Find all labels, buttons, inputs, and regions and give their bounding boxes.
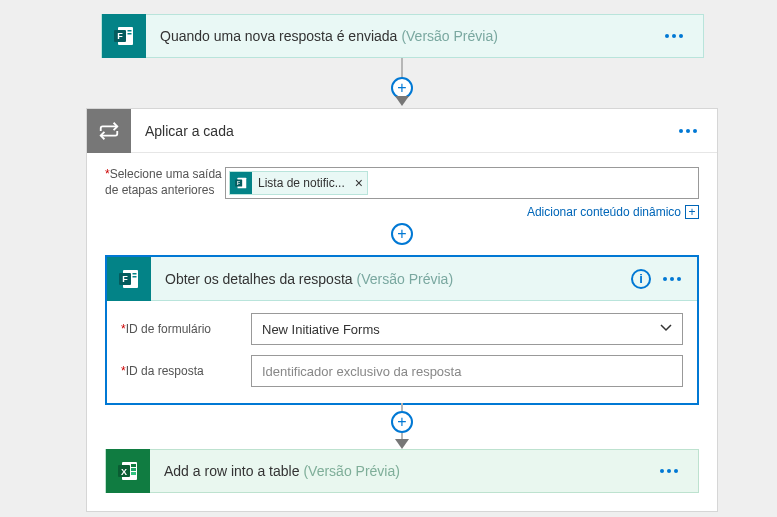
- ms-forms-icon: F: [230, 172, 252, 194]
- response-id-label-text: ID da resposta: [126, 364, 204, 378]
- form-id-label-text: ID de formulário: [126, 322, 211, 336]
- select-output-input[interactable]: F Lista de notific... ×: [225, 167, 699, 199]
- svg-rect-4: [128, 33, 132, 35]
- form-id-value: New Initiative Forms: [262, 322, 380, 337]
- dynamic-token[interactable]: F Lista de notific... ×: [229, 171, 368, 195]
- svg-rect-18: [131, 472, 136, 475]
- preview-badge: (Versão Prévia): [397, 28, 497, 44]
- plus-box-icon: +: [685, 205, 699, 219]
- form-id-label: *ID de formulário: [121, 322, 251, 336]
- ms-forms-icon: F: [107, 257, 151, 301]
- ms-forms-icon: F: [102, 14, 146, 58]
- connector-line: [401, 58, 403, 78]
- response-id-input[interactable]: Identificador exclusivo da resposta: [251, 355, 683, 387]
- inner-connector: +: [105, 403, 699, 449]
- preview-badge: (Versão Prévia): [299, 463, 399, 479]
- flow-canvas: F Quando uma nova resposta é enviada (Ve…: [0, 0, 777, 517]
- step-body: *ID de formulário New Initiative Forms *…: [107, 301, 697, 403]
- select-output-label: *Selecione uma saída de etapas anteriore…: [105, 167, 225, 198]
- preview-badge: (Versão Prévia): [353, 271, 453, 287]
- svg-text:F: F: [117, 31, 123, 41]
- excel-title: Add a row into a table: [150, 463, 299, 479]
- token-label: Lista de notific...: [258, 176, 345, 190]
- add-dynamic-content-link[interactable]: Adicionar conteúdo dinâmico +: [527, 205, 699, 219]
- arrow-down-icon: [395, 439, 409, 449]
- svg-text:F: F: [122, 274, 128, 284]
- chevron-down-icon: [660, 324, 672, 332]
- token-remove-button[interactable]: ×: [355, 175, 363, 191]
- svg-rect-17: [131, 468, 136, 471]
- loop-icon: [87, 109, 131, 153]
- arrow-down-icon: [395, 96, 409, 106]
- trigger-card[interactable]: F Quando uma nova resposta é enviada (Ve…: [101, 14, 704, 58]
- svg-rect-3: [128, 30, 132, 32]
- add-row-excel-card[interactable]: X Add a row into a table (Versão Prévia): [105, 449, 699, 493]
- apply-to-each-menu-button[interactable]: [673, 123, 703, 139]
- step-title: Obter os detalhes da resposta: [151, 271, 353, 287]
- apply-to-each-body: *Selecione uma saída de etapas anteriore…: [87, 153, 717, 511]
- add-inner-step-button[interactable]: +: [391, 411, 413, 433]
- apply-to-each-header[interactable]: Aplicar a cada: [87, 109, 717, 153]
- add-inner-step-button[interactable]: +: [391, 223, 413, 245]
- get-response-details-header[interactable]: F Obter os detalhes da resposta (Versão …: [107, 257, 697, 301]
- form-id-select[interactable]: New Initiative Forms: [251, 313, 683, 345]
- excel-menu-button[interactable]: [654, 463, 684, 479]
- svg-rect-16: [131, 464, 136, 467]
- svg-text:X: X: [121, 467, 127, 477]
- info-icon[interactable]: i: [631, 269, 651, 289]
- response-id-label: *ID da resposta: [121, 364, 251, 378]
- apply-to-each-title: Aplicar a cada: [131, 123, 234, 139]
- svg-rect-12: [133, 276, 137, 278]
- select-output-label-text: Selecione uma saída de etapas anteriores: [105, 167, 222, 197]
- response-id-placeholder: Identificador exclusivo da resposta: [262, 364, 461, 379]
- get-response-details-card: F Obter os detalhes da resposta (Versão …: [105, 255, 699, 405]
- add-dynamic-content-label: Adicionar conteúdo dinâmico: [527, 205, 681, 219]
- svg-rect-11: [133, 273, 137, 275]
- excel-icon: X: [106, 449, 150, 493]
- trigger-menu-button[interactable]: [659, 28, 689, 44]
- apply-to-each-container: Aplicar a cada *Selecione uma saída de e…: [86, 108, 718, 512]
- trigger-title: Quando uma nova resposta é enviada: [146, 28, 397, 44]
- step-menu-button[interactable]: [659, 273, 685, 285]
